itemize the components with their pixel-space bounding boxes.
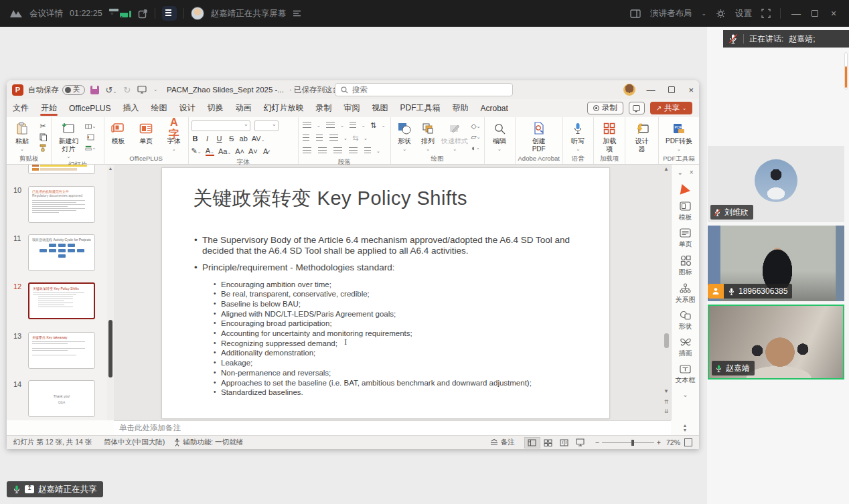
fit-to-window-button[interactable] [684,438,692,446]
accessibility-status[interactable]: 辅助功能: 一切就绪 [174,438,243,447]
op-panel-textbox[interactable]: 文本框 [676,364,696,385]
slide-scrollbar[interactable]: ▲ ▼ ⇈ ⇊ [662,165,671,420]
slideshow-view-button[interactable] [572,437,589,448]
shrink-font-button[interactable]: A˅ [248,147,258,155]
slide-layout-icon[interactable]: ⌄ [85,122,96,131]
editing-button[interactable]: 编辑⌄ [487,120,512,152]
zoom-slider[interactable] [602,442,654,443]
notes-resize-handle[interactable]: ▲▼ [671,420,699,435]
create-pdf-button[interactable]: 创建PDF [526,120,552,153]
font-name-dropdown[interactable] [191,120,250,131]
scroll-down-icon[interactable]: ▼ [662,388,671,394]
addins-button[interactable]: 加载项 [600,120,619,153]
justify-button[interactable] [349,147,358,155]
tab-design[interactable]: 设计 [173,99,201,117]
align-center-button[interactable] [318,147,327,155]
italic-button[interactable]: I [204,135,212,143]
participant-tile-liuweixin[interactable]: 刘维欣 [708,146,844,222]
zoom-out-button[interactable]: − [595,438,599,446]
participant-list-icon[interactable] [293,10,301,17]
layout-selector[interactable]: 演讲者布局 [650,8,692,19]
normal-view-button[interactable] [524,437,540,448]
zoom-slider-thumb[interactable] [631,440,634,446]
designer-button[interactable]: 设计器 [633,120,651,153]
next-slide-button[interactable]: ⇊ [662,408,671,414]
copy-icon[interactable] [37,133,48,141]
window-minimize-button[interactable]: — [790,8,802,19]
tab-record[interactable]: 录制 [309,99,337,117]
format-painter-icon[interactable] [37,143,48,152]
sidebar-scroll-thumb[interactable] [845,66,847,88]
redo-icon[interactable]: ↻ [123,85,131,95]
text-direction-button[interactable]: ⇆ [352,134,360,143]
tab-transitions[interactable]: 切换 [201,99,229,117]
underline-button[interactable]: U [216,135,224,143]
ppt-minimize-button[interactable]: — [646,85,655,95]
language-indicator[interactable]: 简体中文(中国大陆) [104,438,165,447]
notes-area[interactable]: 单击此处添加备注 [114,420,671,435]
account-avatar[interactable] [623,84,635,96]
tab-home[interactable]: 开始 [35,99,63,117]
current-slide[interactable]: 关键政策转变 Key Policy Shifts The Supervisory… [162,168,609,418]
reading-view-button[interactable] [556,437,572,448]
share-button[interactable]: ↗共享⌄ [650,102,692,114]
settings-button[interactable]: 设置 [735,8,752,19]
strikethrough-button[interactable]: S [228,135,236,143]
pdf-convert-button[interactable]: PDF PDF转换⌄ [662,120,696,152]
paragraph-controls[interactable]: ⌄⌄⌄⇅⌄ ⌄⇆⌄ ⌄ [301,120,387,157]
shape-outline-icon[interactable]: ▱⌄ [471,133,481,141]
save-icon[interactable] [90,86,99,94]
bullets-button[interactable] [303,122,311,129]
shape-effects-icon[interactable]: ◐⌄ [471,143,481,152]
tab-slideshow[interactable]: 幻灯片放映 [257,99,309,117]
slide-thumbnail-14[interactable]: Thank you! Q&A [28,380,95,417]
tab-review[interactable]: 审阅 [337,99,366,117]
paste-button[interactable]: 粘贴⌄ [9,120,35,152]
previous-slide-button[interactable]: ⇈ [662,399,671,405]
tab-acrobat[interactable]: Acrobat [474,99,514,117]
layout-icon[interactable] [630,9,641,18]
notes-toggle[interactable]: 备注 [490,438,515,447]
slide-thumbnail-10[interactable]: 已批准的机制规范性文件 Regulatory documentes approv… [28,186,95,223]
autosave-toggle[interactable]: 关 [62,85,85,95]
docs-app-icon[interactable] [162,6,177,21]
slide-thumbnail-11[interactable]: 项目活动流程 Activity Cycle for Projects [28,234,95,271]
op-panel-diagram[interactable]: 关系图 [676,283,696,305]
change-case-button[interactable]: Aa⌄ [218,147,231,155]
cut-icon[interactable]: ✂ [37,122,48,131]
op-panel-template[interactable]: 模板 [679,201,692,222]
fullscreen-icon[interactable] [761,9,771,18]
dictate-button[interactable]: 听写⌄ [566,120,591,152]
new-slide-button[interactable]: 新建幻灯片⌄ [54,120,82,159]
multilevel-list-button[interactable] [350,122,356,129]
participant-tile-phone[interactable]: 18966306385 [708,226,844,301]
tab-officeplus[interactable]: OfficePLUS [63,99,117,117]
shadow-button[interactable]: ab [240,135,248,143]
highlight-button[interactable]: ✎⌄ [191,147,202,155]
start-slideshow-icon[interactable] [137,86,147,94]
smartart-convert-button[interactable] [364,147,371,155]
ribbon-collapse-icon[interactable]: ⌄ [690,155,695,162]
meeting-details-link[interactable]: 会议详情 [29,8,63,19]
zoom-in-button[interactable]: + [657,438,661,446]
slide-thumbnail-12-selected[interactable]: 关键政策转变 Key Policy Shifts [28,282,95,319]
font-size-dropdown[interactable] [254,120,279,131]
record-button[interactable]: 录制 [587,102,623,114]
op-page-button[interactable]: 单页 [135,120,157,145]
align-right-button[interactable] [333,147,342,155]
line-spacing-button[interactable]: ⇅ [370,121,378,130]
align-left-button[interactable] [303,147,311,155]
thumb-scroll-up-icon[interactable]: ▲ [107,166,114,171]
window-close-button[interactable]: × [828,8,840,19]
qat-more-icon[interactable]: ⌄ [153,87,157,92]
op-panel-collapse-icon[interactable]: ⌄ [677,169,682,176]
tab-view[interactable]: 视图 [366,99,394,117]
columns-button[interactable] [329,135,338,142]
ppt-close-button[interactable]: × [688,85,694,95]
tab-file[interactable]: 文件 [7,99,35,117]
op-panel-more-icon[interactable]: ⌄ [682,391,688,398]
sharing-status-badge[interactable]: 赵嘉靖正在共享 [7,481,103,497]
arrange-button[interactable]: 排列⌄ [417,120,439,152]
op-panel-icons[interactable]: 图标 [679,255,692,277]
op-template-button[interactable]: 模板 [107,120,130,145]
